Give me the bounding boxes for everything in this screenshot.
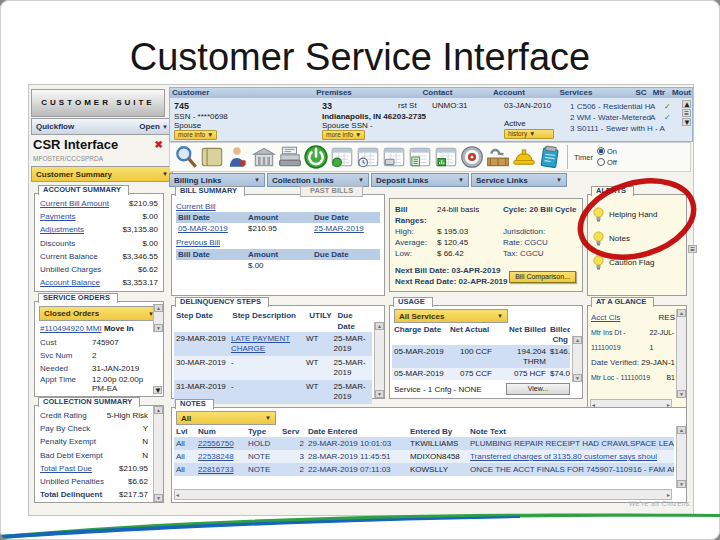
usage-row[interactable]: 05-MAR-2019 100 CCF 194.204 THRM $146.25	[392, 345, 570, 368]
customer-summary-dropdown[interactable]: Customer Summary▼	[31, 166, 173, 182]
cash-register-icon[interactable]	[277, 144, 303, 170]
amount-value: $3,346.55	[122, 250, 158, 263]
chevron-down-icon: ▼	[497, 313, 503, 319]
collection-summary-panel: COLLECTION SUMMARY Credit Rating5-High R…	[34, 405, 164, 503]
premises-street: rst St	[398, 101, 417, 110]
service-links-tab[interactable]: Service Links▼	[471, 173, 567, 187]
chevron-down-icon: ▼	[254, 177, 260, 183]
delinquency-row[interactable]: 30-MAR-2019 - WT 25-MAR-2019	[174, 356, 372, 380]
calendar-usage-icon[interactable]	[433, 144, 459, 170]
calendar-start-icon[interactable]	[329, 144, 355, 170]
delinquency-row[interactable]: 29-MAR-2019 LATE PAYMENT CHARGE WT 25-MA…	[174, 332, 372, 356]
note-row[interactable]: All 22816733 NOTE 2 22-MAR-2019 07:11:03…	[174, 463, 674, 476]
tax-value: Tax: CGCU	[503, 248, 543, 259]
note-text-link[interactable]: Transferred charges of 3135.80 customer …	[468, 450, 674, 463]
notes-scrollbar[interactable]: ▲▼	[676, 426, 686, 488]
past-bills-tab[interactable]: PAST BILLS	[300, 186, 363, 197]
quickflow-label: Quickflow	[36, 122, 74, 131]
credit-rating-label: Credit Rating	[40, 409, 87, 422]
target-icon[interactable]	[459, 144, 485, 170]
customer-more-info-chip[interactable]: more info ▼	[174, 130, 217, 140]
radio-icon	[597, 158, 605, 166]
usage-view-button[interactable]: View...	[506, 383, 570, 395]
at-a-glance-scrollbar[interactable]: ▲▼	[676, 309, 686, 398]
premises-id: 33	[322, 101, 332, 111]
unbilled-penalties-value: $6.62	[128, 475, 148, 488]
construction-icon[interactable]	[511, 144, 537, 170]
account-balance-link[interactable]: Account Balance	[40, 276, 100, 289]
search-icon[interactable]	[173, 144, 199, 170]
current-due-date-link[interactable]: 25-MAR-2019	[312, 223, 366, 235]
usage-scrollbar[interactable]: ▲▼	[572, 336, 582, 382]
csr-app-window: CUSTOMER SUITE Quickflow Open ▼ CSR Inte…	[28, 84, 694, 516]
contacts-book-icon[interactable]	[199, 144, 225, 170]
premises-more-info-chip[interactable]: more info ▼	[322, 130, 365, 140]
alert-helping-hand[interactable]: Helping Hand	[592, 203, 682, 227]
contact-value: UNMO:31	[432, 101, 468, 110]
notepad-icon[interactable]	[537, 144, 563, 170]
collection-links-tab[interactable]: Collection Links▼	[267, 173, 369, 187]
usage-services-dropdown[interactable]: All Services▼	[394, 309, 508, 323]
services-mtr-col: ✓✓	[664, 101, 671, 123]
acct-cls-link[interactable]: Acct Cls	[591, 310, 620, 325]
bill-summary-tab[interactable]: BILL SUMMARY	[175, 186, 245, 196]
timer-off-radio[interactable]: Off	[597, 158, 617, 167]
deposit-links-tab[interactable]: Deposit Links▼	[371, 173, 469, 187]
alerts-scroll[interactable]: ≡	[688, 245, 697, 253]
bulb-icon	[592, 231, 605, 247]
quickflow-bar[interactable]: Quickflow Open ▼	[31, 118, 173, 135]
billing-links-tab[interactable]: Billing Links▼	[169, 173, 265, 187]
delinquency-scrollbar[interactable]: ▲▼	[374, 322, 384, 398]
payments-link[interactable]: Payments	[40, 210, 76, 223]
note-row[interactable]: All 22538248 NOTE 3 28-MAR-2019 11:45:51…	[174, 450, 674, 463]
alert-notes[interactable]: Notes	[592, 227, 682, 251]
calendar-billing-icon[interactable]	[407, 144, 433, 170]
bill-comparison-button[interactable]: Bill Comparison...	[509, 271, 576, 283]
calendar-appointments-icon[interactable]	[355, 144, 381, 170]
note-num-link[interactable]: 22556750	[196, 437, 246, 450]
start-stop-power-icon[interactable]	[303, 144, 329, 170]
service-orders-scrollbar[interactable]: ▲▼	[153, 304, 163, 332]
current-bill-amount-link[interactable]: Current Bill Amount	[40, 197, 109, 210]
order-number-link[interactable]: #110494920 MMI	[40, 324, 102, 333]
premises-building-icon[interactable]	[251, 144, 277, 170]
note-num-link[interactable]: 22816733	[196, 463, 246, 476]
customer-id: 745	[174, 101, 189, 111]
amount-value: $210.95	[129, 197, 158, 210]
note-row[interactable]: All 22556750 HOLD 2 29-MAR-2019 10:01:03…	[174, 437, 674, 450]
bad-debt-exempt-label: Bad Debt Exempt	[40, 449, 103, 462]
current-bill-link[interactable]: Current Bill	[176, 201, 380, 212]
quickflow-open-dropdown[interactable]: Open ▼	[139, 122, 168, 131]
alerts-title: ALERTS	[591, 186, 634, 196]
amount-value: $6.62	[138, 263, 158, 276]
account-history-chip[interactable]: history ▼	[504, 129, 554, 139]
usage-row[interactable]: 05-MAR-2019 075 CCF 075 HCF $74.00	[392, 368, 570, 380]
late-payment-charge-link[interactable]: LATE PAYMENT CHARGE	[229, 334, 304, 354]
cycle-value: Cycle: 20 Bill Cycle	[503, 204, 576, 226]
slide-swoosh-decoration	[0, 505, 720, 540]
customer-icon[interactable]	[225, 144, 251, 170]
orders-filter-dropdown[interactable]: Closed Orders▼	[39, 306, 159, 321]
collection-summary-scrollbar[interactable]: ▲▼	[153, 406, 163, 502]
timer-on-radio[interactable]: On	[597, 147, 617, 156]
field-activity-icon[interactable]	[485, 144, 511, 170]
close-icon[interactable]: ✖	[155, 139, 163, 150]
info-band-scroll-arrows[interactable]: ▲≡▼	[682, 100, 691, 126]
total-past-due-link[interactable]: Total Past Due	[40, 462, 92, 475]
service-orders-scroll-down[interactable]: ▼	[153, 386, 162, 394]
note-num-link[interactable]: 22538248	[196, 450, 246, 463]
notes-filter-dropdown[interactable]: All▼	[176, 411, 276, 425]
brand-header: CUSTOMER SUITE	[31, 89, 165, 117]
toolbar: Timer On Off	[169, 142, 691, 172]
current-bill-date-link[interactable]: 05-MAR-2019	[176, 223, 246, 235]
delinquency-steps-panel: DELINQUENCY STEPS Step Date Step Descrip…	[171, 305, 385, 399]
adjustments-link[interactable]: Adjustments	[40, 223, 84, 236]
services-sc-col: AA	[650, 101, 655, 123]
previous-bill-link[interactable]: Previous Bill	[176, 237, 380, 249]
cust-label: Cust	[40, 336, 78, 349]
notes-hscrollbar[interactable]: ◄►	[174, 489, 672, 500]
calendar-payments-icon[interactable]	[381, 144, 407, 170]
alert-caution-flag[interactable]: Caution Flag	[592, 251, 682, 275]
notes-title: NOTES	[175, 399, 214, 409]
delinquency-title: DELINQUENCY STEPS	[175, 297, 269, 307]
